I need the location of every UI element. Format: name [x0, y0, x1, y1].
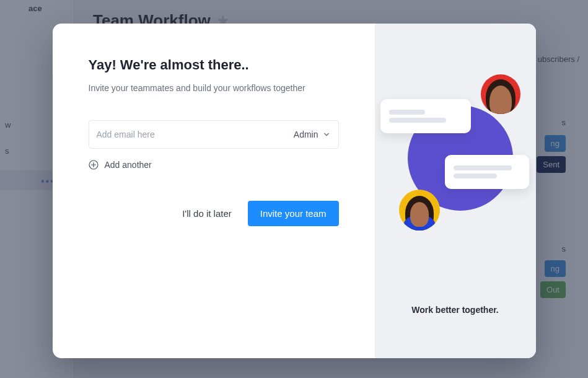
modal-title: Yay! We're almost there..	[89, 57, 339, 73]
add-another-button[interactable]: Add another	[89, 160, 152, 170]
email-input[interactable]	[97, 130, 292, 139]
add-another-label: Add another	[105, 160, 152, 170]
right-panel-tagline: Work better together.	[411, 305, 499, 315]
chat-line	[454, 174, 497, 178]
illustration	[384, 71, 527, 244]
chat-line	[454, 165, 512, 170]
modal-right-panel: Work better together.	[375, 24, 536, 358]
modal-subtitle: Invite your teammates and build your wor…	[89, 83, 339, 93]
chevron-down-icon	[323, 131, 330, 138]
chat-bubble-1	[380, 99, 471, 133]
avatar-yellow	[399, 190, 440, 231]
invite-team-button[interactable]: Invite your team	[248, 201, 339, 226]
modal-overlay[interactable]: Yay! We're almost there.. Invite your te…	[0, 0, 588, 378]
modal-left-panel: Yay! We're almost there.. Invite your te…	[53, 24, 375, 358]
invite-team-modal: Yay! We're almost there.. Invite your te…	[53, 24, 536, 358]
role-select[interactable]: Admin	[292, 127, 331, 142]
role-select-label: Admin	[294, 130, 318, 139]
modal-actions: I'll do it later Invite your team	[89, 201, 339, 226]
chat-line	[389, 118, 446, 123]
plus-circle-icon	[89, 160, 99, 170]
chat-line	[389, 110, 425, 115]
chat-bubble-2	[445, 155, 529, 189]
email-input-row: Admin	[89, 120, 339, 149]
later-button[interactable]: I'll do it later	[182, 208, 232, 219]
avatar-red	[481, 74, 520, 114]
